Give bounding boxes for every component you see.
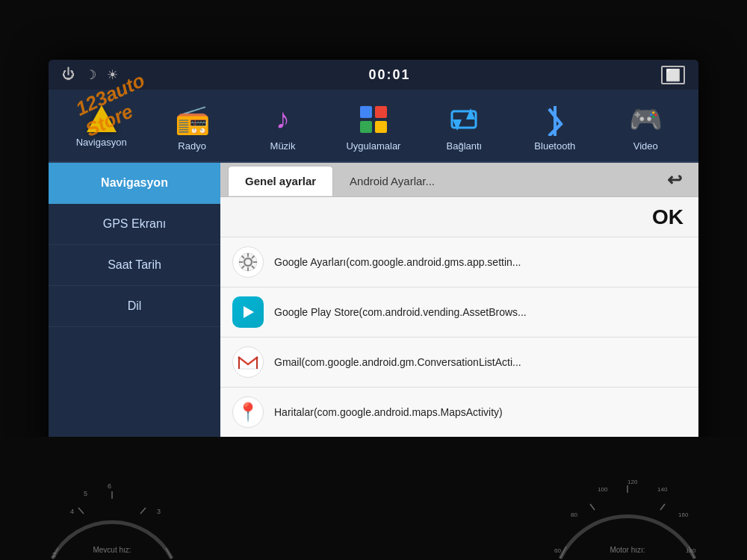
tabs-bar: Genel ayarlar Android Ayarlar... ↩ — [220, 163, 698, 197]
window-icon[interactable]: ⬜ — [661, 66, 685, 84]
maps-icon: 📍 — [232, 396, 264, 428]
nav-item-navigasyon[interactable]: Navigasyon — [72, 105, 131, 148]
brightness-icon[interactable]: ☀ — [107, 67, 118, 83]
svg-rect-3 — [375, 121, 387, 133]
nav-item-uygulamalar[interactable]: Uygulamalar — [344, 102, 403, 152]
svg-text:2: 2 — [52, 551, 56, 559]
content-area: Navigasyon GPS Ekranı Saat Tarih Dil Gen… — [49, 163, 698, 500]
nav-label-muzik: Müzik — [270, 140, 296, 152]
app-label-google-settings: Google Ayarları(com.google.android.gms.a… — [274, 256, 521, 268]
right-content: Genel ayarlar Android Ayarlar... ↩ OK — [220, 163, 698, 500]
nav-item-radyo[interactable]: 📻 Radyo — [162, 102, 222, 152]
moon-icon[interactable]: ☽ — [85, 67, 96, 83]
svg-line-38 — [560, 547, 566, 559]
nav-label-baglanti: Bağlantı — [447, 140, 483, 152]
google-play-icon — [232, 296, 264, 328]
svg-marker-6 — [453, 119, 462, 131]
app-label-gmail: Gmail(com.google.android.gm.Conversation… — [274, 356, 521, 368]
radio-icon: 📻 — [175, 102, 210, 137]
sidebar-item-navigasyon[interactable]: Navigasyon — [49, 163, 220, 204]
app-label-google-play: Google Play Store(com.android.vending.As… — [274, 306, 527, 318]
back-button[interactable]: ↩ — [658, 168, 691, 192]
app-list: Google Ayarları(com.google.android.gms.a… — [220, 237, 698, 500]
video-icon: 🎮 — [629, 102, 663, 137]
tab-genel-ayarlar[interactable]: Genel ayarlar — [228, 166, 333, 196]
sidebar-item-gps[interactable]: GPS Ekranı — [49, 204, 220, 245]
top-bar: ⏻ ☽ ☀ 00:01 ⬜ — [49, 60, 698, 90]
sidebar-item-dil[interactable]: Dil — [49, 286, 220, 327]
svg-line-39 — [590, 504, 595, 510]
app-list-item-gmail[interactable]: Gmail(com.google.android.gm.Conversation… — [220, 337, 698, 388]
transfer-icon — [450, 102, 478, 137]
app-label-haritalar: Haritalar(com.google.android.maps.MapsAc… — [274, 406, 503, 418]
clock: 00:01 — [368, 67, 410, 83]
google-settings-icon — [232, 246, 264, 278]
nav-label-bluetooth: Bluetooth — [534, 140, 575, 152]
svg-text:80: 80 — [571, 511, 577, 518]
nav-item-video[interactable]: 🎮 Video — [616, 102, 675, 152]
nav-item-baglanti[interactable]: Bağlantı — [434, 102, 494, 152]
nav-label-navigasyon: Navigasyon — [76, 137, 127, 148]
tab-android-ayarlar[interactable]: Android Ayarlar... — [333, 167, 451, 196]
nav-label-video: Video — [633, 140, 658, 152]
left-sidebar: Navigasyon GPS Ekranı Saat Tarih Dil — [49, 163, 220, 500]
gmail-icon — [232, 346, 264, 378]
svg-line-41 — [660, 504, 665, 510]
power-icon[interactable]: ⏻ — [62, 67, 75, 82]
svg-text:180: 180 — [686, 547, 696, 554]
app-list-item-haritalar[interactable]: 📍 Haritalar(com.google.android.maps.Maps… — [220, 388, 698, 438]
svg-text:160: 160 — [678, 511, 689, 518]
svg-marker-5 — [466, 108, 475, 119]
nav-item-muzik[interactable]: ♪ Müzik — [253, 102, 313, 152]
svg-line-24 — [140, 508, 146, 514]
nav-icons-row: Navigasyon 📻 Radyo ♪ Müzik — [49, 90, 698, 163]
svg-rect-19 — [238, 357, 240, 369]
svg-text:3: 3 — [157, 508, 161, 515]
svg-marker-18 — [244, 306, 254, 318]
ok-row: OK — [220, 197, 698, 237]
svg-line-25 — [166, 548, 172, 559]
sidebar-item-saat[interactable]: Saat Tarih — [49, 245, 220, 286]
navigation-icon — [87, 105, 117, 132]
svg-text:60: 60 — [554, 547, 561, 554]
nav-item-bluetooth[interactable]: Bluetooth — [525, 102, 585, 152]
apps-icon — [359, 102, 388, 137]
nav-label-uygulamalar: Uygulamalar — [346, 140, 400, 152]
app-list-item-google-play[interactable]: Google Play Store(com.android.vending.As… — [220, 287, 698, 337]
music-icon: ♪ — [276, 102, 290, 137]
svg-text:4: 4 — [70, 508, 74, 515]
svg-line-22 — [78, 508, 84, 514]
nav-label-radyo: Radyo — [178, 140, 206, 152]
ok-button[interactable]: OK — [652, 205, 684, 229]
svg-line-21 — [52, 548, 58, 559]
bluetooth-icon — [543, 102, 567, 137]
svg-rect-20 — [256, 357, 258, 369]
svg-line-42 — [689, 547, 695, 559]
app-list-item-google-settings[interactable]: Google Ayarları(com.google.android.gms.a… — [220, 237, 698, 287]
svg-rect-0 — [360, 106, 372, 118]
svg-rect-1 — [375, 106, 387, 118]
svg-rect-2 — [360, 121, 372, 133]
